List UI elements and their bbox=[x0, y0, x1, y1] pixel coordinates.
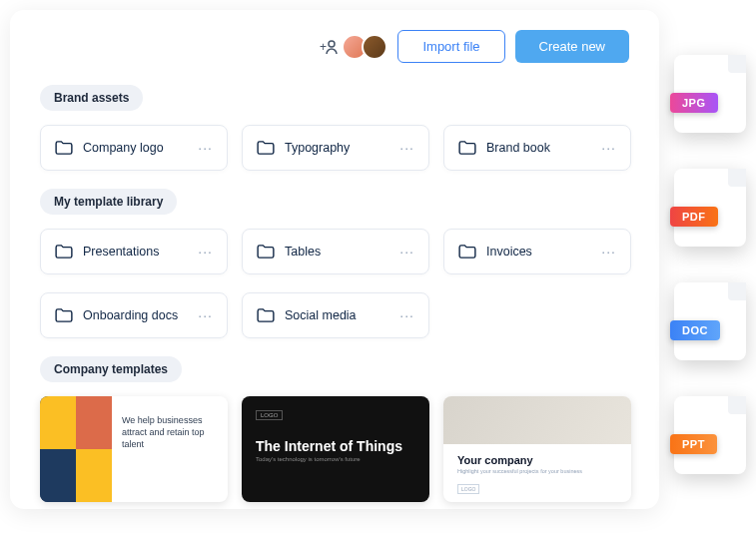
template-thumbnail bbox=[40, 396, 112, 502]
template-subtitle: Highlight your successful projects for y… bbox=[457, 468, 617, 474]
folder-label: Brand book bbox=[486, 141, 591, 155]
avatar[interactable] bbox=[362, 34, 387, 60]
folder-icon bbox=[55, 141, 73, 155]
template-card[interactable]: We help businesses attract and retain to… bbox=[40, 396, 228, 502]
more-icon[interactable]: ··· bbox=[198, 307, 213, 323]
file-type-badges: JPG PDF DOC PPT bbox=[674, 55, 746, 474]
template-thumbnail bbox=[443, 396, 631, 444]
folder-social-media[interactable]: Social media ··· bbox=[242, 292, 429, 338]
more-icon[interactable]: ··· bbox=[399, 244, 414, 260]
import-file-button[interactable]: Import file bbox=[397, 30, 504, 63]
folder-label: Typography bbox=[285, 141, 389, 155]
folder-company-logo[interactable]: Company logo ··· bbox=[40, 125, 228, 171]
file-badge-pdf: PDF bbox=[674, 169, 746, 247]
folder-label: Tables bbox=[285, 245, 389, 259]
file-type-label: PPT bbox=[670, 434, 717, 454]
more-icon[interactable]: ··· bbox=[601, 140, 616, 156]
folder-icon bbox=[257, 245, 275, 259]
template-title: The Internet of Things bbox=[256, 438, 415, 454]
template-card[interactable]: LOGO The Internet of Things Today's tech… bbox=[242, 396, 429, 502]
file-type-label: DOC bbox=[670, 320, 720, 340]
folder-label: Social media bbox=[285, 308, 389, 322]
folder-icon bbox=[458, 245, 476, 259]
collaborator-avatars bbox=[348, 34, 387, 60]
folder-brand-book[interactable]: Brand book ··· bbox=[443, 125, 631, 171]
section-template-library: My template library Presentations ··· Ta… bbox=[40, 189, 629, 338]
template-title: Your company bbox=[457, 454, 617, 466]
file-badge-jpg: JPG bbox=[674, 55, 746, 133]
folder-icon bbox=[55, 245, 73, 259]
folder-icon bbox=[55, 308, 73, 322]
folder-onboarding-docs[interactable]: Onboarding docs ··· bbox=[40, 292, 228, 338]
folder-invoices[interactable]: Invoices ··· bbox=[443, 229, 631, 274]
folder-presentations[interactable]: Presentations ··· bbox=[40, 229, 228, 274]
more-icon[interactable]: ··· bbox=[198, 140, 213, 156]
create-new-button[interactable]: Create new bbox=[515, 30, 629, 63]
svg-point-1 bbox=[329, 41, 335, 47]
folder-label: Onboarding docs bbox=[83, 308, 188, 322]
folder-icon bbox=[257, 141, 275, 155]
add-user-icon[interactable]: + bbox=[320, 39, 338, 55]
file-badge-ppt: PPT bbox=[674, 396, 746, 474]
section-company-templates: Company templates We help businesses att… bbox=[40, 356, 629, 502]
more-icon[interactable]: ··· bbox=[198, 244, 213, 260]
file-type-label: JPG bbox=[670, 93, 718, 113]
section-title: Brand assets bbox=[40, 85, 143, 111]
more-icon[interactable]: ··· bbox=[601, 244, 616, 260]
more-icon[interactable]: ··· bbox=[399, 140, 414, 156]
template-logo: LOGO bbox=[256, 410, 283, 420]
more-icon[interactable]: ··· bbox=[399, 307, 414, 323]
top-bar: + Import file Create new bbox=[40, 30, 629, 63]
folder-tables[interactable]: Tables ··· bbox=[242, 229, 429, 274]
template-logo: LOGO bbox=[457, 484, 479, 494]
folder-label: Invoices bbox=[486, 245, 591, 259]
svg-text:+: + bbox=[320, 40, 327, 54]
section-brand-assets: Brand assets Company logo ··· Typography… bbox=[40, 85, 629, 171]
folder-label: Company logo bbox=[83, 141, 188, 155]
template-card[interactable]: Your company Highlight your successful p… bbox=[443, 396, 631, 502]
template-subtitle: Today's technology is tomorrow's future bbox=[256, 456, 415, 462]
section-title: Company templates bbox=[40, 356, 182, 382]
main-panel: + Import file Create new Brand assets Co… bbox=[10, 10, 659, 509]
folder-typography[interactable]: Typography ··· bbox=[242, 125, 429, 171]
file-badge-doc: DOC bbox=[674, 282, 746, 360]
template-headline: We help businesses attract and retain to… bbox=[112, 396, 228, 502]
file-type-label: PDF bbox=[670, 207, 718, 227]
section-title: My template library bbox=[40, 189, 177, 215]
folder-icon bbox=[257, 308, 275, 322]
folder-icon bbox=[458, 141, 476, 155]
folder-label: Presentations bbox=[83, 245, 188, 259]
